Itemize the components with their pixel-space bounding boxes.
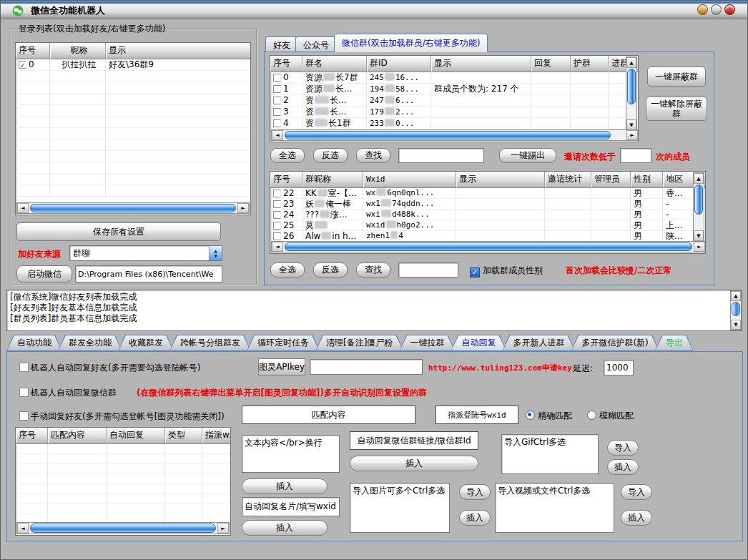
row-checkbox[interactable] bbox=[273, 119, 281, 127]
groups-find-button[interactable]: 查找 bbox=[356, 148, 390, 163]
groups-table-vscrollbar[interactable]: ▲ ▼ bbox=[626, 57, 637, 131]
tuling-link[interactable]: http://www.tuling123.com申请key bbox=[428, 363, 572, 373]
tab-favorite-send[interactable]: 收藏群发 bbox=[118, 335, 174, 351]
tab-cross-account-send[interactable]: 跨帐号分组群发 bbox=[169, 335, 251, 351]
auto-reply-group-checkbox[interactable]: 机器人自动回复微信群 bbox=[19, 387, 117, 399]
scroll-up-icon[interactable]: ▲ bbox=[694, 173, 704, 184]
group-row[interactable]: 3 资长... 1792... bbox=[270, 107, 638, 118]
insert-video-button[interactable]: 插入 bbox=[621, 510, 652, 526]
scroll-up-icon[interactable]: ▲ bbox=[731, 291, 741, 301]
row-checkbox[interactable] bbox=[273, 200, 281, 208]
friend-source-dropdown[interactable]: 群聊 ▲▼ bbox=[69, 245, 222, 261]
unchecked-checkbox-icon[interactable] bbox=[19, 363, 29, 372]
tab-auto-functions[interactable]: 自动功能 bbox=[6, 335, 62, 351]
member-row[interactable]: 26 Alwin h... zhen14 男陕... bbox=[270, 231, 705, 242]
title-bar[interactable]: 微信全功能机器人 bbox=[1, 1, 748, 19]
tab-multi-guard-group[interactable]: 多开微信护群(新) bbox=[571, 335, 659, 351]
load-gender-checkbox[interactable]: ✓加载群成员性别 bbox=[470, 265, 543, 277]
tab-auto-reply[interactable]: 自动回复 bbox=[451, 335, 506, 351]
checked-checkbox-icon[interactable]: ✓ bbox=[470, 267, 480, 277]
radio-selected-icon[interactable] bbox=[526, 411, 535, 420]
scroll-left-icon[interactable]: ◄ bbox=[17, 203, 29, 213]
scroll-down-icon[interactable]: ▼ bbox=[626, 119, 636, 130]
unchecked-checkbox-icon[interactable] bbox=[19, 411, 29, 421]
group-row[interactable]: 2 资长... 2476... bbox=[270, 95, 638, 107]
login-row-checkbox[interactable]: ✓ bbox=[19, 61, 26, 69]
import-image-button[interactable]: 导入 bbox=[459, 484, 491, 500]
log-vscrollbar[interactable]: ▲ ▼ bbox=[730, 290, 742, 330]
tab-wechat-groups[interactable]: 微信群(双击加载群员/右键更多功能) bbox=[334, 34, 488, 52]
scroll-thumb[interactable] bbox=[627, 69, 636, 104]
groups-table-hscrollbar[interactable]: ◄ ► bbox=[271, 129, 639, 141]
group-link-button[interactable]: 自动回复微信群链接/微信群Id bbox=[350, 431, 478, 450]
invite-count-input[interactable] bbox=[620, 148, 651, 163]
insert-group-link-button[interactable]: 插入 bbox=[350, 456, 478, 471]
reply-card-input[interactable] bbox=[242, 497, 340, 516]
tab-clean-zombie-fans[interactable]: 清理[备注]僵尸粉 bbox=[315, 335, 403, 351]
radio-fuzzy-match[interactable]: 模糊匹配 bbox=[587, 410, 634, 422]
radio-exact-match[interactable]: 精确匹配 bbox=[526, 410, 572, 422]
text-content-area[interactable]: 文本内容</br>换行 bbox=[242, 435, 340, 473]
scroll-thumb[interactable] bbox=[694, 185, 703, 215]
insert-gif-button[interactable]: 插入 bbox=[607, 459, 639, 475]
auto-reply-friend-checkbox[interactable]: 机器人自动回复好友(多开需要勾选登陆帐号) bbox=[19, 362, 200, 374]
launch-wechat-button[interactable]: 启动微信 bbox=[16, 265, 72, 283]
login-table-hscrollbar[interactable]: ◄ ► bbox=[16, 202, 250, 214]
assign-login-wxid-button[interactable]: 指派登陆号wxid bbox=[435, 406, 518, 424]
reply-rules-hscrollbar[interactable]: ◄ ► bbox=[16, 522, 230, 534]
tab-export[interactable]: 导出 bbox=[655, 335, 694, 351]
row-checkbox[interactable] bbox=[273, 211, 281, 219]
insert-image-button[interactable]: 插入 bbox=[459, 510, 491, 526]
insert-text-button[interactable]: 插入 bbox=[242, 478, 328, 494]
login-row[interactable]: ✓0 扒拉扒拉 好友\36群9 bbox=[16, 59, 250, 71]
row-checkbox[interactable] bbox=[273, 74, 281, 82]
wechat-path-input[interactable] bbox=[75, 265, 222, 283]
row-checkbox[interactable] bbox=[273, 190, 281, 197]
save-settings-button[interactable]: 保存所有设置 bbox=[16, 222, 221, 241]
group-row[interactable]: 1 资源长... 19458... 群成员个数为: 217 个 bbox=[270, 84, 638, 95]
scroll-thumb[interactable] bbox=[732, 302, 740, 316]
scroll-right-icon[interactable]: ► bbox=[694, 242, 705, 252]
group-row[interactable]: 0 资源长7群 24516... bbox=[270, 72, 638, 84]
unblock-groups-button[interactable]: 一键解除屏蔽群 bbox=[646, 97, 707, 121]
member-row[interactable]: 23 妖俺一棒 wx174qddn... 男- bbox=[270, 199, 705, 210]
scroll-thumb[interactable] bbox=[285, 242, 692, 251]
match-content-button[interactable]: 匹配内容 bbox=[242, 406, 415, 424]
minimize-button[interactable] bbox=[697, 4, 708, 15]
tab-friends[interactable]: 好友 bbox=[265, 36, 298, 52]
delay-input[interactable] bbox=[604, 360, 634, 375]
tab-multi-new-member[interactable]: 多开新人进群 bbox=[502, 335, 575, 351]
scroll-left-icon[interactable]: ◄ bbox=[17, 523, 29, 534]
member-row[interactable]: 25 莫 wxidh0go2... 男上... bbox=[270, 220, 705, 231]
insert-card-button[interactable]: 插入 bbox=[242, 520, 328, 536]
kick-button[interactable]: 一键踢出 bbox=[499, 148, 556, 163]
row-checkbox[interactable] bbox=[273, 232, 281, 240]
manual-reply-checkbox[interactable]: 手动回复好友(多开需勾选登帐号[图灵功能需关闭]) bbox=[19, 411, 225, 423]
groups-select-all-button[interactable]: 全选 bbox=[270, 148, 305, 163]
members-search-input[interactable] bbox=[398, 262, 458, 277]
import-gif-area[interactable]: 导入GifCtrl多选 bbox=[501, 434, 599, 474]
members-invert-select-button[interactable]: 反选 bbox=[313, 262, 348, 277]
scroll-left-icon[interactable]: ◄ bbox=[272, 242, 283, 252]
members-select-all-button[interactable]: 全选 bbox=[270, 262, 305, 277]
unchecked-checkbox-icon[interactable] bbox=[19, 388, 29, 397]
tab-mass-send[interactable]: 群发全功能 bbox=[58, 335, 122, 351]
scroll-thumb[interactable] bbox=[30, 524, 216, 533]
log-area[interactable]: [微信系统]微信好友列表加载完成 [好友列表]好友基本信息加载完成 [群员列表]… bbox=[6, 290, 742, 331]
scroll-right-icon[interactable]: ► bbox=[217, 523, 229, 534]
block-groups-button[interactable]: 一键屏蔽群 bbox=[647, 67, 706, 87]
groups-invert-select-button[interactable]: 反选 bbox=[313, 148, 348, 163]
row-checkbox[interactable] bbox=[273, 85, 281, 93]
member-row[interactable]: 22 KK室-【... wx6qn0qnl... 男香... bbox=[270, 188, 705, 199]
tab-one-key-pull-group[interactable]: 一键拉群 bbox=[399, 335, 455, 351]
scroll-down-icon[interactable]: ▼ bbox=[694, 230, 704, 241]
groups-search-input[interactable] bbox=[398, 148, 484, 163]
import-gif-button[interactable]: 导入 bbox=[607, 440, 639, 456]
row-checkbox[interactable] bbox=[273, 97, 281, 104]
dropdown-spinner-icon[interactable]: ▲▼ bbox=[209, 246, 222, 260]
scroll-down-icon[interactable]: ▼ bbox=[731, 320, 741, 330]
close-button[interactable] bbox=[724, 4, 735, 15]
scroll-up-icon[interactable]: ▲ bbox=[626, 57, 636, 68]
row-checkbox[interactable] bbox=[273, 222, 281, 230]
import-image-area[interactable]: 导入图片可多个Ctrl多选 bbox=[350, 483, 450, 533]
